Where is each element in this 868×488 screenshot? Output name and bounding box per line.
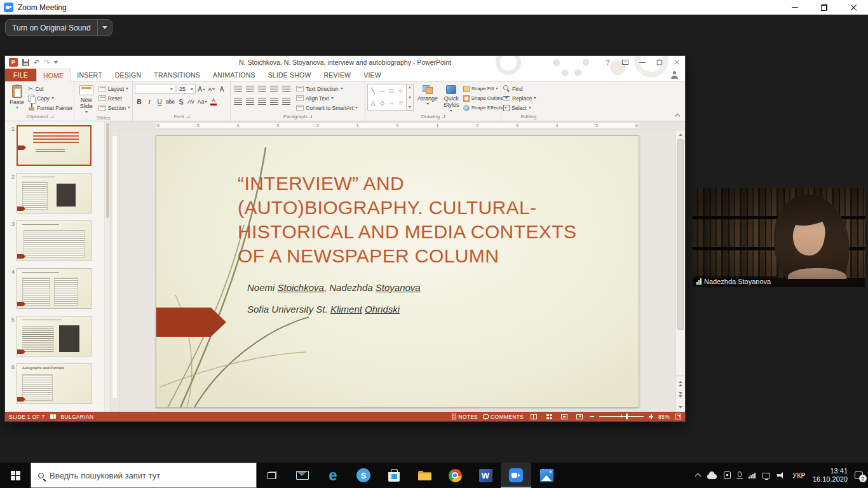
increase-indent-button[interactable] [269, 84, 280, 94]
change-case-button[interactable]: Aa [197, 97, 208, 107]
ribbon-display-options-button[interactable] [616, 56, 634, 69]
original-sound-dropdown[interactable] [98, 20, 112, 36]
paste-button[interactable]: Paste [8, 84, 26, 110]
slide-thumbnail-6[interactable]: Autographs and Portraits [17, 363, 92, 404]
tab-home[interactable]: HOME [36, 69, 71, 82]
clock[interactable]: 13:41 16.10.2020 [813, 467, 848, 484]
copy-button[interactable]: Copy [28, 93, 72, 103]
layout-button[interactable]: Layout [98, 84, 130, 93]
shape-icon[interactable]: → [389, 100, 395, 106]
scroll-down-button[interactable] [676, 403, 685, 412]
ppt-minimize-button[interactable] [634, 56, 651, 69]
line-spacing-button[interactable] [281, 84, 292, 94]
justify-button[interactable] [269, 97, 280, 107]
volume-tray-icon[interactable] [777, 472, 785, 478]
arrange-button[interactable]: Arrange [416, 84, 440, 106]
thumbnail-scrollbar[interactable] [104, 121, 111, 412]
reset-button[interactable]: Reset [98, 93, 130, 103]
slide-thumbnail-5[interactable] [17, 316, 92, 356]
align-left-button[interactable] [233, 97, 243, 107]
dialog-launcher-icon[interactable] [186, 115, 189, 118]
fit-to-window-icon[interactable] [675, 414, 681, 419]
restore-button[interactable] [810, 0, 839, 15]
action-center-button[interactable]: 2 [855, 471, 863, 479]
tab-review[interactable]: REVIEW [318, 69, 358, 81]
scrollbar-thumb[interactable] [106, 123, 109, 218]
reading-view-button[interactable] [559, 412, 569, 421]
scroll-up-button[interactable] [676, 130, 685, 139]
zoom-slider[interactable] [599, 416, 644, 417]
collapse-ribbon-button[interactable] [675, 113, 680, 118]
slide-thumbnail-1[interactable] [17, 125, 92, 166]
align-center-button[interactable] [245, 97, 255, 107]
text-shadow-button[interactable]: S [177, 97, 186, 107]
shape-icon[interactable]: □ [390, 88, 393, 94]
zoom-out-button[interactable] [590, 416, 594, 417]
participant-video-tile[interactable]: Nadezhda Stoyanova [693, 188, 865, 287]
taskbar-zoom[interactable] [501, 463, 531, 488]
font-color-button[interactable]: A [209, 97, 218, 107]
replace-button[interactable]: Replace [503, 93, 536, 103]
usb-tray-icon[interactable] [724, 471, 731, 479]
network-tray-icon[interactable] [763, 473, 770, 478]
scrollbar-thumb[interactable] [677, 139, 684, 330]
tab-view[interactable]: VIEW [357, 69, 388, 81]
font-name-combobox[interactable] [135, 84, 175, 94]
bold-button[interactable]: B [135, 97, 144, 107]
normal-view-button[interactable] [529, 412, 539, 421]
dialog-launcher-icon[interactable] [442, 115, 445, 118]
notes-button[interactable]: NOTES [452, 414, 478, 420]
font-size-combobox[interactable]: 25 [177, 84, 196, 94]
section-button[interactable]: Section [98, 103, 130, 112]
dialog-launcher-icon[interactable] [309, 115, 312, 118]
taskbar-edge[interactable]: e [318, 463, 348, 488]
shape-icon[interactable]: ╲ [372, 88, 375, 94]
align-right-button[interactable] [257, 97, 268, 107]
language-indicator[interactable]: BULGARIAN [61, 414, 94, 420]
zoom-in-button[interactable] [649, 414, 653, 419]
redo-icon[interactable]: ↷ [44, 59, 50, 66]
taskbar-photos[interactable] [531, 463, 562, 488]
slide-authors[interactable]: Noemi Stoichkova, Nadezhda Stoyanova [247, 282, 421, 293]
task-view-button[interactable] [257, 463, 287, 488]
help-button[interactable]: ? [599, 56, 616, 69]
taskbar-file-explorer[interactable] [409, 463, 440, 488]
search-input[interactable] [50, 471, 249, 480]
language-indicator[interactable]: УКР [792, 471, 806, 479]
comments-button[interactable]: COMMENTS [483, 414, 524, 420]
scroll-down-icon[interactable] [409, 97, 411, 98]
taskbar-skype[interactable]: S [348, 463, 379, 488]
taskbar-word[interactable]: W [470, 463, 501, 488]
next-slide-button[interactable] [679, 392, 682, 398]
original-sound-button[interactable]: Turn on Original Sound [5, 19, 112, 36]
minimize-button[interactable] [780, 0, 810, 15]
character-spacing-button[interactable]: AV [187, 97, 196, 107]
onedrive-tray-icon[interactable] [707, 472, 717, 479]
tab-file[interactable]: FILE [5, 69, 36, 81]
clear-formatting-button[interactable]: A [217, 84, 226, 94]
account-icon[interactable] [670, 71, 679, 79]
shape-icon[interactable]: △ [371, 100, 376, 106]
show-hidden-icons-button[interactable] [696, 472, 700, 478]
shape-icon[interactable]: — [379, 88, 385, 94]
undo-icon[interactable]: ↶ [34, 59, 39, 66]
slideshow-view-button[interactable] [574, 412, 585, 421]
slide[interactable]: “INTERVIEW” AND (AUTO)BIOGRAPHY. CULTURA… [156, 135, 639, 408]
find-button[interactable]: Find [503, 84, 536, 93]
save-icon[interactable] [22, 59, 29, 66]
taskbar-search[interactable] [31, 463, 257, 488]
tab-design[interactable]: DESIGN [109, 69, 147, 81]
close-button[interactable] [839, 0, 868, 15]
microphone-tray-icon[interactable] [738, 471, 742, 479]
new-slide-button[interactable]: New Slide [76, 84, 97, 114]
slide-thumbnail-4[interactable] [17, 268, 92, 309]
format-painter-button[interactable]: Format Painter [28, 103, 72, 112]
ppt-close-button[interactable] [668, 56, 685, 69]
shape-gallery[interactable]: ╲ — □ ○ △ ◇ → ☆ [367, 84, 407, 111]
tab-insert[interactable]: INSERT [71, 69, 109, 81]
slide-thumbnail-2[interactable] [17, 173, 92, 214]
shrink-font-button[interactable]: A [207, 84, 216, 94]
scroll-up-icon[interactable] [409, 86, 411, 88]
bullets-button[interactable] [233, 84, 243, 94]
taskbar-store[interactable] [379, 463, 409, 488]
